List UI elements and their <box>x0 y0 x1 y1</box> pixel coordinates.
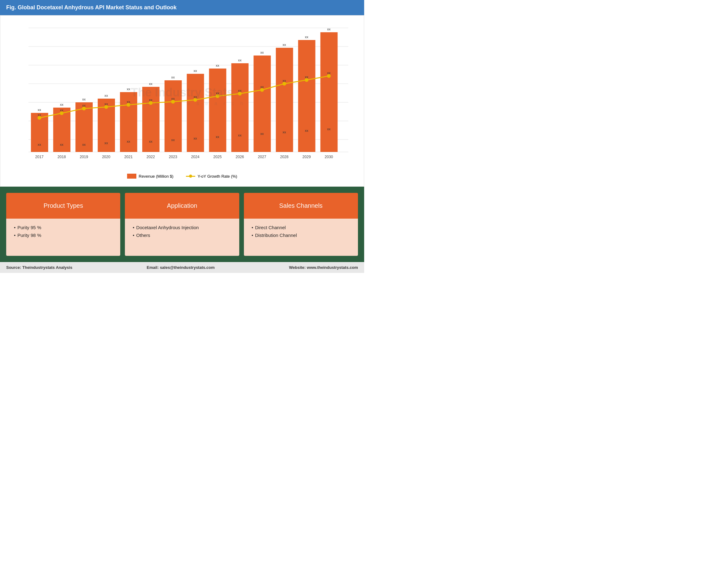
svg-text:2028: 2028 <box>280 155 288 159</box>
svg-text:xx: xx <box>38 113 42 117</box>
footer-email: Email: sales@theindustrystats.com <box>147 265 215 270</box>
svg-text:xx: xx <box>127 100 131 104</box>
svg-text:xx: xx <box>283 43 286 46</box>
application-body: Docetaxel Anhydrous Injection Others <box>125 219 239 256</box>
svg-text:xx: xx <box>193 136 197 140</box>
svg-text:xx: xx <box>104 94 108 97</box>
svg-text:xx: xx <box>171 138 175 142</box>
svg-text:xx: xx <box>327 27 331 31</box>
svg-text:xx: xx <box>283 79 286 82</box>
svg-text:2029: 2029 <box>303 155 311 159</box>
sales-channels-list: Direct Channel Distribution Channel <box>252 225 350 238</box>
bar-2030 <box>320 32 338 152</box>
svg-text:xx: xx <box>238 58 242 62</box>
product-types-title: Product Types <box>43 202 83 209</box>
list-item: Purity 95 % <box>14 225 112 230</box>
svg-text:xx: xx <box>238 89 242 92</box>
svg-text:xx: xx <box>38 142 42 147</box>
bar-2029 <box>298 40 316 152</box>
svg-text:2022: 2022 <box>147 155 155 159</box>
svg-text:2021: 2021 <box>124 155 133 159</box>
svg-text:xx: xx <box>171 75 175 79</box>
svg-text:xx: xx <box>82 104 86 107</box>
bar-2026 <box>231 63 248 152</box>
svg-text:xx: xx <box>260 50 264 54</box>
svg-text:xx: xx <box>238 133 242 137</box>
application-list: Docetaxel Anhydrous Injection Others <box>133 225 231 238</box>
svg-text:2018: 2018 <box>57 155 66 159</box>
svg-text:xx: xx <box>127 139 131 143</box>
svg-text:2019: 2019 <box>80 155 88 159</box>
chart-svg: xx xx 2017 xx xx 2018 xx xx 2019 xx xx 2… <box>10 22 355 171</box>
svg-text:xx: xx <box>327 71 331 75</box>
footer: Source: Theindustrystats Analysis Email:… <box>0 262 364 273</box>
svg-text:2026: 2026 <box>235 155 244 159</box>
application-header: Application <box>125 193 239 219</box>
svg-text:2030: 2030 <box>325 155 333 159</box>
svg-text:xx: xx <box>38 108 42 112</box>
svg-text:xx: xx <box>216 64 219 67</box>
list-item: Docetaxel Anhydrous Injection <box>133 225 231 230</box>
svg-text:2020: 2020 <box>102 155 110 159</box>
svg-text:xx: xx <box>305 75 309 79</box>
svg-text:xx: xx <box>60 102 63 107</box>
application-title: Application <box>167 202 197 209</box>
svg-text:2024: 2024 <box>191 155 199 159</box>
svg-text:xx: xx <box>260 85 264 89</box>
sales-channels-card: Sales Channels Direct Channel Distributi… <box>244 193 358 256</box>
legend-bar-item: Revenue (Million $) <box>127 174 174 179</box>
footer-website: Website: www.theindustrystats.com <box>289 265 358 270</box>
page-wrapper: Fig. Global Docetaxel Anhydrous API Mark… <box>0 0 364 273</box>
svg-text:xx: xx <box>104 141 108 145</box>
legend-line-swatch <box>186 176 195 177</box>
svg-text:xx: xx <box>127 87 131 91</box>
chart-legend: Revenue (Million $) Y-oY Growth Rate (%) <box>10 171 355 183</box>
list-item: Direct Channel <box>252 225 350 230</box>
svg-text:2025: 2025 <box>213 155 222 159</box>
svg-text:xx: xx <box>60 108 63 112</box>
svg-text:xx: xx <box>305 35 309 39</box>
bar-2028 <box>276 48 293 152</box>
legend-line-item: Y-oY Growth Rate (%) <box>186 174 237 179</box>
svg-text:xx: xx <box>60 142 63 147</box>
chart-header: Fig. Global Docetaxel Anhydrous API Mark… <box>0 0 364 15</box>
svg-text:xx: xx <box>149 82 153 86</box>
list-item: Distribution Channel <box>252 233 350 238</box>
svg-text:xx: xx <box>82 97 86 101</box>
svg-text:xx: xx <box>82 142 86 147</box>
product-types-list: Purity 95 % Purity 98 % <box>14 225 112 238</box>
svg-text:xx: xx <box>104 102 108 106</box>
svg-text:xx: xx <box>260 132 264 135</box>
product-types-body: Purity 95 % Purity 98 % <box>6 219 120 256</box>
sales-channels-body: Direct Channel Distribution Channel <box>244 219 358 256</box>
header-title: Fig. Global Docetaxel Anhydrous API Mark… <box>6 4 177 10</box>
svg-text:xx: xx <box>216 135 219 138</box>
svg-text:xx: xx <box>283 130 286 134</box>
svg-text:2023: 2023 <box>169 155 177 159</box>
footer-source: Source: Theindustrystats Analysis <box>6 265 72 270</box>
bottom-section: Product Types Purity 95 % Purity 98 % Ap… <box>0 187 364 262</box>
product-types-header: Product Types <box>6 193 120 219</box>
chart-area: The Industry Stats m a r k e t r e s e a… <box>10 22 355 171</box>
legend-bar-label: Revenue (Million $) <box>139 174 174 179</box>
chart-container: The Industry Stats m a r k e t r e s e a… <box>0 15 364 187</box>
bar-2024 <box>187 74 204 152</box>
svg-text:xx: xx <box>149 98 153 102</box>
sales-channels-header: Sales Channels <box>244 193 358 219</box>
bar-2025 <box>209 69 227 152</box>
legend-line-label: Y-oY Growth Rate (%) <box>198 174 237 179</box>
svg-text:xx: xx <box>193 69 197 73</box>
svg-text:xx: xx <box>171 97 175 100</box>
application-card: Application Docetaxel Anhydrous Injectio… <box>125 193 239 256</box>
svg-text:xx: xx <box>149 139 153 143</box>
list-item: Purity 98 % <box>14 233 112 238</box>
svg-text:xx: xx <box>193 95 197 98</box>
svg-text:2017: 2017 <box>35 155 44 159</box>
legend-bar-swatch <box>127 174 136 179</box>
svg-text:xx: xx <box>327 127 331 131</box>
svg-text:2027: 2027 <box>258 155 266 159</box>
list-item: Others <box>133 233 231 238</box>
sales-channels-title: Sales Channels <box>279 202 323 209</box>
svg-text:xx: xx <box>305 129 309 132</box>
product-types-card: Product Types Purity 95 % Purity 98 % <box>6 193 120 256</box>
